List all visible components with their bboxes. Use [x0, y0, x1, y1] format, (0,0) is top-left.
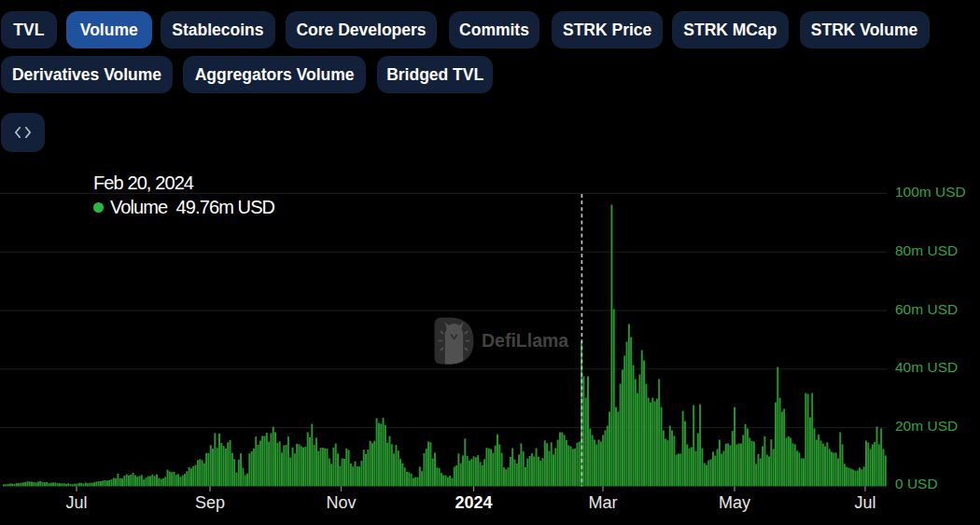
svg-text:Jul: Jul — [854, 493, 875, 512]
svg-text:0 USD: 0 USD — [895, 476, 938, 491]
svg-text:Mar: Mar — [589, 493, 618, 512]
svg-text:Jul: Jul — [65, 493, 87, 512]
svg-text:40m USD: 40m USD — [895, 359, 958, 375]
svg-text:100m USD: 100m USD — [895, 184, 966, 200]
svg-text:80m USD: 80m USD — [895, 242, 958, 258]
svg-text:20m USD: 20m USD — [895, 418, 958, 434]
svg-text:Nov: Nov — [326, 493, 356, 512]
svg-text:May: May — [719, 493, 750, 512]
svg-text:Sep: Sep — [195, 493, 225, 512]
svg-text:60m USD: 60m USD — [895, 301, 958, 317]
svg-text:2024: 2024 — [455, 493, 492, 512]
